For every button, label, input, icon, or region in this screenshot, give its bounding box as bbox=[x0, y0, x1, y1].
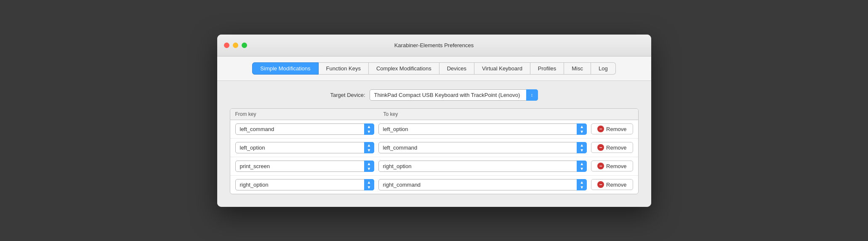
to-key-wrapper-3: right_command ▲▼ bbox=[378, 179, 587, 190]
window-title: Karabiner-Elements Preferences bbox=[394, 42, 474, 48]
remove-label-3: Remove bbox=[606, 182, 626, 188]
target-device-select-wrapper: ThinkPad Compact USB Keyboard with Track… bbox=[370, 89, 538, 101]
to-key-select-1[interactable]: left_command bbox=[378, 142, 587, 153]
table-header: From key To key bbox=[230, 109, 638, 120]
remove-button-3[interactable]: − Remove bbox=[591, 179, 633, 190]
remove-button-2[interactable]: − Remove bbox=[591, 161, 633, 171]
target-device-label: Target Device: bbox=[330, 92, 365, 98]
tab-misc[interactable]: Misc bbox=[564, 62, 591, 75]
tab-log[interactable]: Log bbox=[591, 62, 616, 75]
minimize-button[interactable] bbox=[233, 43, 238, 48]
tab-virtual-keyboard[interactable]: Virtual Keyboard bbox=[474, 62, 530, 75]
table-row: print_screen ▲▼ right_option ▲▼ − Remove bbox=[230, 157, 638, 176]
tab-profiles[interactable]: Profiles bbox=[530, 62, 564, 75]
from-key-wrapper-2: print_screen ▲▼ bbox=[235, 161, 374, 172]
content-area: Target Device: ThinkPad Compact USB Keyb… bbox=[217, 81, 651, 207]
remove-icon-1: − bbox=[597, 144, 604, 151]
remove-button-1[interactable]: − Remove bbox=[591, 142, 633, 153]
titlebar: Karabiner-Elements Preferences bbox=[217, 35, 651, 56]
target-device-row: Target Device: ThinkPad Compact USB Keyb… bbox=[230, 89, 639, 101]
remove-icon-3: − bbox=[597, 181, 604, 188]
to-key-select-3[interactable]: right_command bbox=[378, 179, 587, 190]
window-controls bbox=[224, 43, 247, 48]
table-row: left_option ▲▼ left_command ▲▼ − Remove bbox=[230, 139, 638, 157]
tab-devices[interactable]: Devices bbox=[439, 62, 474, 75]
tab-function-keys[interactable]: Function Keys bbox=[319, 62, 369, 75]
tab-bar: Simple Modifications Function Keys Compl… bbox=[217, 56, 651, 81]
from-key-select-3[interactable]: right_option bbox=[235, 179, 374, 190]
remove-label-0: Remove bbox=[606, 126, 626, 132]
remove-icon-2: − bbox=[597, 163, 604, 169]
to-key-wrapper-0: left_option ▲▼ bbox=[378, 123, 587, 135]
to-key-select-0[interactable]: left_option bbox=[378, 123, 587, 135]
from-key-select-1[interactable]: left_option bbox=[235, 142, 374, 153]
close-button[interactable] bbox=[224, 43, 229, 48]
from-key-select-0[interactable]: left_command bbox=[235, 123, 374, 135]
remove-button-0[interactable]: − Remove bbox=[591, 123, 633, 134]
target-device-select[interactable]: ThinkPad Compact USB Keyboard with Track… bbox=[370, 89, 538, 101]
from-key-wrapper-1: left_option ▲▼ bbox=[235, 142, 374, 153]
from-key-wrapper-3: right_option ▲▼ bbox=[235, 179, 374, 190]
remove-icon-0: − bbox=[597, 126, 604, 132]
table-row: left_command ▲▼ left_option ▲▼ − Remove bbox=[230, 120, 638, 139]
main-window: Karabiner-Elements Preferences Simple Mo… bbox=[217, 35, 651, 207]
to-key-wrapper-2: right_option ▲▼ bbox=[378, 161, 587, 172]
table-row: right_option ▲▼ right_command ▲▼ − Remov… bbox=[230, 176, 638, 194]
remove-label-1: Remove bbox=[606, 145, 626, 151]
mappings-table: From key To key left_command ▲▼ left_opt… bbox=[230, 108, 639, 194]
to-key-select-2[interactable]: right_option bbox=[378, 161, 587, 172]
maximize-button[interactable] bbox=[242, 43, 247, 48]
from-key-wrapper-0: left_command ▲▼ bbox=[235, 123, 374, 135]
to-key-wrapper-1: left_command ▲▼ bbox=[378, 142, 587, 153]
tab-complex-modifications[interactable]: Complex Modifications bbox=[369, 62, 439, 75]
from-key-select-2[interactable]: print_screen bbox=[235, 161, 374, 172]
tab-simple-modifications[interactable]: Simple Modifications bbox=[252, 62, 318, 75]
from-key-header: From key bbox=[235, 111, 378, 117]
to-key-header: To key bbox=[378, 111, 633, 117]
remove-label-2: Remove bbox=[606, 163, 626, 169]
